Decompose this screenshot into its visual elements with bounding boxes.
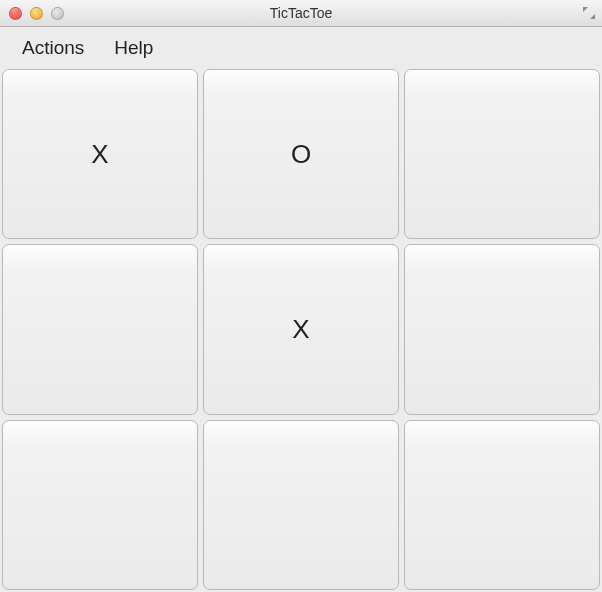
cell-1-0[interactable]: [2, 244, 198, 414]
game-board: X O X: [0, 69, 602, 592]
menubar: Actions Help: [0, 27, 602, 69]
cell-0-0[interactable]: X: [2, 69, 198, 239]
minimize-button[interactable]: [30, 7, 43, 20]
cell-0-2[interactable]: [404, 69, 600, 239]
cell-2-2[interactable]: [404, 420, 600, 590]
traffic-lights: [0, 7, 64, 20]
cell-2-1[interactable]: [203, 420, 399, 590]
cell-mark: X: [292, 314, 309, 345]
cell-1-2[interactable]: [404, 244, 600, 414]
cell-mark: O: [291, 139, 311, 170]
window-title: TicTacToe: [270, 5, 333, 21]
cell-mark: X: [91, 139, 108, 170]
cell-0-1[interactable]: O: [203, 69, 399, 239]
close-button[interactable]: [9, 7, 22, 20]
fullscreen-icon[interactable]: [582, 6, 596, 20]
titlebar: TicTacToe: [0, 0, 602, 27]
zoom-button[interactable]: [51, 7, 64, 20]
menu-help[interactable]: Help: [114, 37, 153, 59]
cell-1-1[interactable]: X: [203, 244, 399, 414]
cell-2-0[interactable]: [2, 420, 198, 590]
menu-actions[interactable]: Actions: [22, 37, 84, 59]
